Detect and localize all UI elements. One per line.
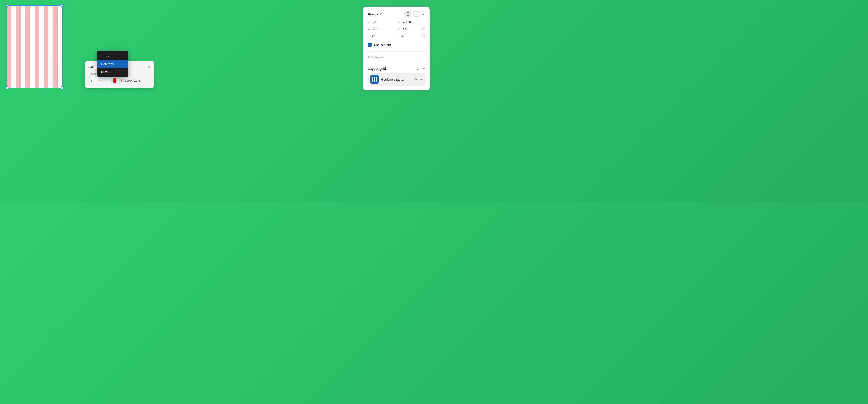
columns-grid-icon[interactable]: [370, 75, 379, 83]
prop-corner: ⌐ 0: [398, 33, 425, 38]
y-value[interactable]: -4166: [403, 21, 411, 24]
rotation-corner-grid: ⌐ 0° ⌐ 0: [368, 33, 425, 38]
corner-expand-icon: [421, 33, 425, 38]
handle-tr[interactable]: [61, 4, 64, 7]
svg-rect-2: [422, 34, 425, 37]
dropdown-item-columns[interactable]: Columns: [97, 60, 128, 68]
prop-grid: X 74 Y -4166 W 202 H 410 ↻: [368, 21, 425, 31]
layout-grid-label: Layout grid: [368, 67, 386, 70]
handle-bl[interactable]: [5, 87, 8, 89]
color-hex-value[interactable]: FF0000: [121, 79, 131, 82]
prop-y: Y -4166: [398, 21, 425, 24]
grid-options-icon[interactable]: ⠿: [416, 66, 420, 71]
resize-icon[interactable]: ⤢: [422, 12, 425, 16]
count-chevron-icon: ∨: [99, 79, 101, 82]
corner-icon: ⌐: [398, 34, 400, 38]
color-swatch-wrapper: FF0000 10%: [113, 78, 150, 83]
grid-item: 6 columns (auto) 👁 −: [368, 73, 425, 86]
count-input-wrapper[interactable]: ∨: [89, 77, 111, 84]
canvas-frame: [6, 5, 63, 88]
clip-content-label: Clip content: [374, 43, 391, 47]
dropdown-item-grid[interactable]: ✓ Grid: [97, 52, 128, 60]
frame-icons: ⤢: [405, 11, 425, 17]
grid-remove-button[interactable]: −: [420, 77, 423, 82]
w-label: W: [368, 27, 372, 31]
grid-bar-2: [374, 77, 375, 82]
handle-br[interactable]: [61, 87, 64, 89]
h-value[interactable]: 410: [403, 27, 408, 31]
layout-grid-add-button[interactable]: +: [422, 66, 425, 71]
grid-item-label: 6 columns (auto): [381, 78, 412, 81]
clip-content-checkbox[interactable]: [368, 43, 372, 47]
layout-grid-row: Layout grid ⠿ +: [368, 66, 425, 71]
color-opacity-value[interactable]: 10%: [134, 79, 140, 82]
auto-layout-row: Auto layout +: [368, 55, 425, 59]
grid-bar-3: [376, 77, 377, 82]
frame-chevron-icon: ∨: [380, 13, 382, 16]
dropdown-label-grid: Grid: [106, 54, 113, 58]
x-value[interactable]: 74: [373, 21, 376, 24]
grid-type-dropdown: ✓ Grid Columns Rows: [97, 50, 128, 77]
prop-w: W 202: [368, 27, 395, 31]
rotation-value[interactable]: 0°: [372, 34, 375, 38]
frame-title: Frame ∨: [368, 12, 382, 16]
grid-visibility-icon[interactable]: 👁: [415, 77, 418, 81]
corner-value[interactable]: 0: [402, 34, 404, 38]
link-icon: ↻: [422, 27, 425, 31]
right-panel: Frame ∨ ⤢ X 74 Y -4166: [363, 7, 430, 90]
portrait-icon-button[interactable]: [405, 11, 411, 17]
svg-rect-0: [407, 13, 409, 15]
divider-1: [368, 52, 425, 52]
grid-bar-1: [372, 77, 373, 82]
handle-tl[interactable]: [5, 4, 8, 7]
color-swatch[interactable]: [113, 78, 119, 83]
landscape-icon-button[interactable]: [413, 11, 420, 17]
dropdown-label-rows: Rows: [101, 70, 109, 74]
grid-item-actions: 👁 −: [415, 77, 423, 82]
clip-content-row: Clip content: [368, 41, 425, 48]
count-input[interactable]: [91, 79, 98, 82]
layout-grid-actions: ⠿ +: [416, 66, 425, 71]
auto-layout-add-button[interactable]: +: [422, 55, 425, 59]
divider-2: [368, 63, 425, 63]
check-icon: ✓: [101, 54, 104, 58]
frame-title-label: Frame: [368, 12, 378, 16]
svg-rect-1: [415, 13, 418, 15]
rotation-icon: ⌐: [368, 34, 370, 38]
x-label: X: [368, 21, 372, 24]
h-label: H: [398, 27, 402, 31]
prop-x: X 74: [368, 21, 395, 24]
columns-panel-close-button[interactable]: ×: [148, 65, 150, 69]
prop-rotation: ⌐ 0°: [368, 33, 395, 38]
dropdown-item-rows[interactable]: Rows: [97, 68, 128, 76]
frame-header: Frame ∨ ⤢: [368, 11, 425, 17]
dropdown-label-columns: Columns: [101, 62, 114, 66]
y-label: Y: [398, 21, 402, 24]
prop-h: H 410 ↻: [398, 27, 425, 31]
columns-panel-row: ∨ FF0000 10%: [89, 77, 150, 84]
auto-layout-label: Auto layout: [368, 56, 384, 59]
w-value[interactable]: 202: [373, 27, 378, 31]
